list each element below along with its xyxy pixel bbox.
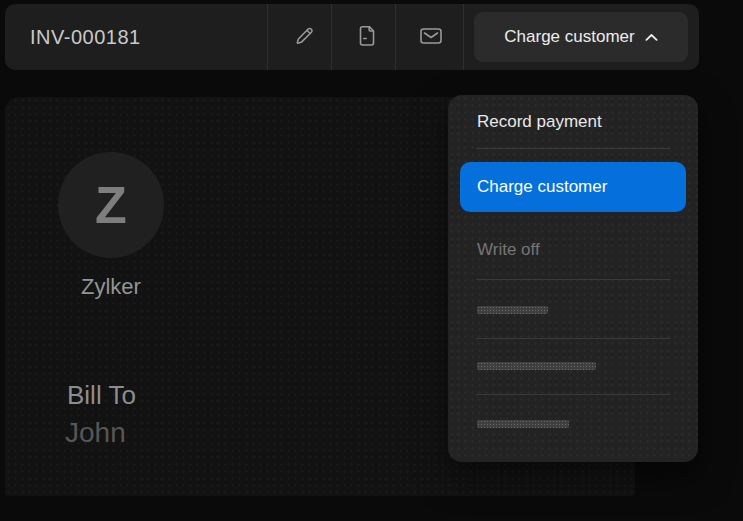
chevron-up-icon	[645, 27, 658, 47]
menu-divider	[476, 279, 670, 280]
charge-customer-button-label: Charge customer	[504, 27, 634, 47]
toolbar-divider	[331, 4, 332, 70]
envelope-email-icon	[418, 25, 444, 50]
charge-customer-dropdown-button[interactable]: Charge customer	[474, 12, 688, 62]
menu-item-redacted[interactable]	[477, 420, 569, 428]
email-invoice-button[interactable]	[407, 4, 455, 70]
org-avatar: Z	[58, 152, 164, 258]
menu-divider	[476, 338, 670, 339]
download-pdf-button[interactable]	[343, 4, 391, 70]
bill-to-customer-name: John	[65, 417, 126, 449]
document-pdf-icon	[356, 24, 378, 51]
toolbar-divider	[267, 4, 268, 70]
charge-customer-dropdown-menu: Record payment Charge customer Write off	[448, 95, 698, 462]
menu-divider	[476, 394, 670, 395]
pencil-edit-icon	[293, 24, 316, 50]
invoice-toolbar: INV-000181	[5, 4, 699, 70]
invoice-page: INV-000181	[0, 0, 743, 521]
menu-item-charge-customer[interactable]: Charge customer	[460, 162, 686, 212]
org-avatar-letter: Z	[95, 179, 127, 231]
org-name: Zylker	[58, 274, 164, 300]
toolbar-divider	[395, 4, 396, 70]
edit-invoice-button[interactable]	[280, 4, 328, 70]
toolbar-divider	[463, 4, 464, 70]
menu-divider	[476, 148, 670, 149]
menu-item-write-off[interactable]: Write off	[477, 235, 540, 265]
menu-item-redacted[interactable]	[477, 362, 596, 370]
bill-to-label: Bill To	[67, 380, 136, 411]
invoice-number: INV-000181	[30, 4, 141, 70]
menu-item-redacted[interactable]	[477, 306, 548, 314]
menu-item-record-payment[interactable]: Record payment	[477, 107, 602, 137]
